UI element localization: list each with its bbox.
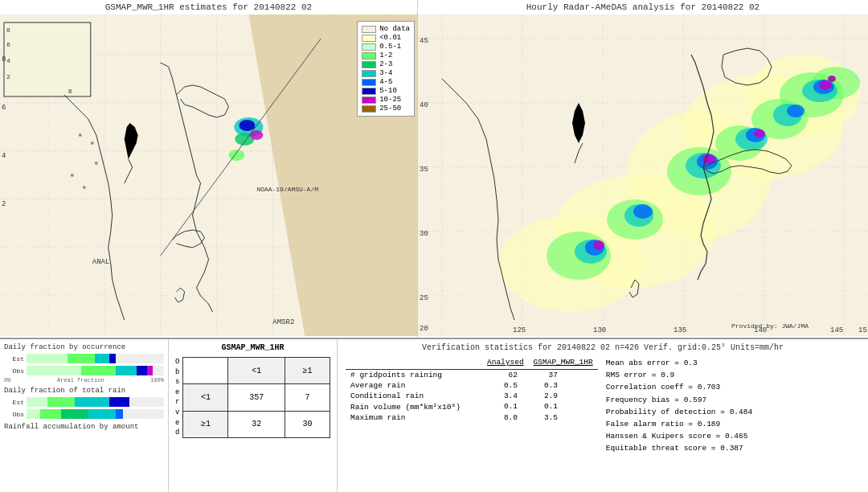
metric-corr: Correlation coeff = 0.703 <box>606 381 783 393</box>
svg-point-33 <box>83 186 86 189</box>
obs-bar-mid-green <box>81 366 116 375</box>
est-rain-bar <box>27 397 164 407</box>
top-row: GSMAP_MWR_1HR estimates for 20140822 02 <box>0 0 868 338</box>
bottom-row: Daily fraction by occurrence Est Obs <box>0 338 868 492</box>
main-container: GSMAP_MWR_1HR estimates for 20140822 02 <box>0 0 868 492</box>
est-rain-blue <box>109 397 130 407</box>
obs-rain-cyan <box>88 409 116 419</box>
obs-label-r: r <box>175 397 179 408</box>
verif-title: Verification statistics for 20140822 02 … <box>346 343 860 352</box>
contingency-empty-cell <box>183 358 228 384</box>
verif-label-2: Conditional rain <box>346 391 482 401</box>
obs-label-v: v <box>175 408 179 418</box>
contingency-col-lt1: <1 <box>228 358 285 384</box>
svg-text:8: 8 <box>6 27 10 34</box>
left-map-content: 8 6 4 2 8 8 6 4 2 <box>0 14 417 336</box>
verif-label-4: Maximum rain <box>346 412 482 423</box>
verif-row-1: Average rain 0.5 0.3 <box>346 380 563 391</box>
svg-point-82 <box>633 204 653 219</box>
svg-text:145: 145 <box>830 326 843 334</box>
est-occurrence-label: Est <box>4 355 24 363</box>
svg-text:6: 6 <box>2 104 6 112</box>
legend-color-3-4 <box>362 70 376 77</box>
legend-label-001: <0.01 <box>379 34 401 42</box>
contingency-row-ge1: ≥1 32 30 <box>183 411 330 437</box>
legend-color-2-3 <box>362 61 376 68</box>
est-bar-blue <box>109 354 117 363</box>
rain-chart-title: Daily fraction of total rain <box>4 387 164 395</box>
axis-100pct: 100% <box>150 377 164 383</box>
verif-row-2: Conditional rain 3.4 2.9 <box>346 391 563 401</box>
obs-label-d: d <box>175 428 179 438</box>
svg-text:Provided by: JWA/JMA: Provided by: JWA/JMA <box>731 322 809 330</box>
axis-areal: Areal fraction <box>57 377 104 383</box>
est-rain-green <box>47 397 75 407</box>
obs-vertical-label: O b s e r v e d <box>175 357 179 438</box>
svg-text:8: 8 <box>68 88 72 95</box>
contingency-cell-ge1-lt1: 32 <box>228 411 285 437</box>
verif-row-0: # gridpoints raining 62 37 <box>346 370 563 380</box>
right-map-content: 45 40 35 30 25 20 125 130 135 140 145 15 <box>418 14 868 336</box>
right-map-panel: Hourly Radar-AMeDAS analysis for 2014082… <box>418 0 868 338</box>
obs-label-e: e <box>175 387 179 398</box>
svg-point-89 <box>754 129 765 137</box>
verif-col-gsmap: GSMAP_MWR_1HR <box>529 357 598 367</box>
svg-text:135: 135 <box>674 326 686 334</box>
contingency-cell-ge1-ge1: 30 <box>285 411 330 437</box>
contingency-col-ge1: ≥1 <box>285 358 330 384</box>
occurrence-chart-section: Daily fraction by occurrence Est Obs <box>4 343 164 383</box>
legend-color-001 <box>362 35 376 42</box>
obs-rain-light-green <box>27 409 40 419</box>
legend-10-25: 10-25 <box>362 96 410 104</box>
legend-color-4-5 <box>362 79 376 86</box>
svg-text:2: 2 <box>6 73 10 80</box>
svg-text:30: 30 <box>420 230 428 238</box>
verif-rows-table: # gridpoints raining 62 37 Average rain … <box>346 370 563 423</box>
metric-mean-abs: Mean abs error = 0.3 <box>606 357 783 369</box>
svg-text:2: 2 <box>2 200 6 208</box>
svg-text:8: 8 <box>2 55 6 64</box>
verif-val-analysed-4: 8.0 <box>482 412 522 423</box>
est-rain-row: Est <box>4 396 164 408</box>
metric-false-alarm: False alarm ratio = 0.189 <box>606 418 783 430</box>
legend-label-10-25: 10-25 <box>379 96 401 104</box>
contingency-header-row: <1 ≥1 <box>183 358 330 384</box>
svg-text:25: 25 <box>420 294 428 302</box>
legend-label-1-2: 1-2 <box>379 51 392 59</box>
verif-label-1: Average rain <box>346 380 482 391</box>
est-bar-green <box>27 354 68 363</box>
verif-val-analysed-0: 62 <box>482 370 522 380</box>
metric-freq-bias: Frequency bias = 0.597 <box>606 394 783 406</box>
legend-color-5-10 <box>362 88 376 95</box>
contingency-table: <1 ≥1 <1 357 7 ≥1 32 30 <box>182 357 330 438</box>
est-rain-label: Est <box>4 399 24 406</box>
verif-col-empty <box>346 357 482 367</box>
legend-4-5: 4-5 <box>362 78 410 86</box>
legend-3-4: 3-4 <box>362 69 410 77</box>
left-map-svg: 8 6 4 2 8 8 6 4 2 <box>0 14 417 336</box>
legend-label-3-4: 3-4 <box>379 69 392 77</box>
legend-box: No data <0.01 0.5-1 1-2 <box>357 21 415 117</box>
obs-label-b: b <box>175 367 179 378</box>
svg-text:ANAL: ANAL <box>92 258 110 266</box>
est-bar-mid-green <box>68 354 95 363</box>
left-map-title: GSMAP_MWR_1HR estimates for 20140822 02 <box>0 0 417 14</box>
obs-label-s: s <box>175 377 179 387</box>
legend-color-nodata <box>362 26 376 33</box>
svg-point-32 <box>71 174 74 177</box>
svg-point-85 <box>787 105 805 117</box>
verif-label-0: # gridpoints raining <box>346 370 482 380</box>
legend-label-nodata: No data <box>379 25 410 33</box>
verif-val-analysed-3: 0.1 <box>482 401 522 412</box>
verif-metrics: Mean abs error = 0.3 RMS error = 0.9 Cor… <box>606 357 783 455</box>
legend-5-10: 5-10 <box>362 87 410 95</box>
verif-grid: Analysed GSMAP_MWR_1HR # gridpoints rain… <box>346 357 860 455</box>
right-map-svg: 45 40 35 30 25 20 125 130 135 140 145 15 <box>418 14 868 336</box>
obs-occurrence-bar <box>27 366 164 375</box>
svg-point-90 <box>819 80 832 90</box>
svg-point-26 <box>239 120 255 131</box>
verif-val-analysed-1: 0.5 <box>482 380 522 391</box>
obs-bar-green <box>27 366 81 375</box>
amount-chart-section: Rainfall accumulation by amount <box>4 423 164 431</box>
metric-hanssen: Hanssen & Kuipers score = 0.465 <box>606 430 783 442</box>
